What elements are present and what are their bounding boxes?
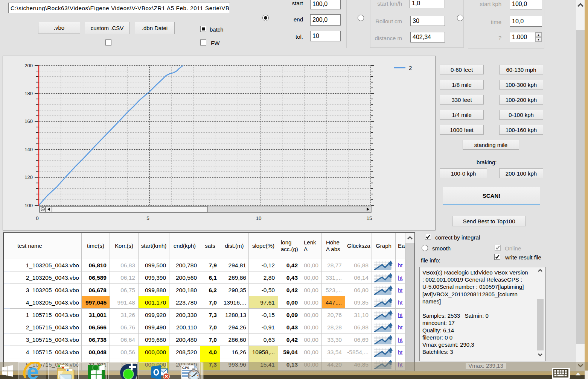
svg-text:180: 180 bbox=[24, 91, 33, 96]
svg-text:GPS: GPS bbox=[182, 366, 189, 370]
svg-text:2: 2 bbox=[409, 65, 412, 71]
svg-text:200: 200 bbox=[24, 63, 33, 68]
svg-text:100: 100 bbox=[24, 203, 33, 208]
svg-text:10: 10 bbox=[256, 215, 261, 221]
svg-text:140: 140 bbox=[24, 147, 33, 152]
svg-text:0: 0 bbox=[36, 215, 39, 221]
svg-text:5: 5 bbox=[146, 215, 149, 221]
svg-text:15: 15 bbox=[366, 215, 372, 221]
svg-text:160: 160 bbox=[24, 118, 33, 124]
svg-text:120: 120 bbox=[24, 174, 33, 180]
